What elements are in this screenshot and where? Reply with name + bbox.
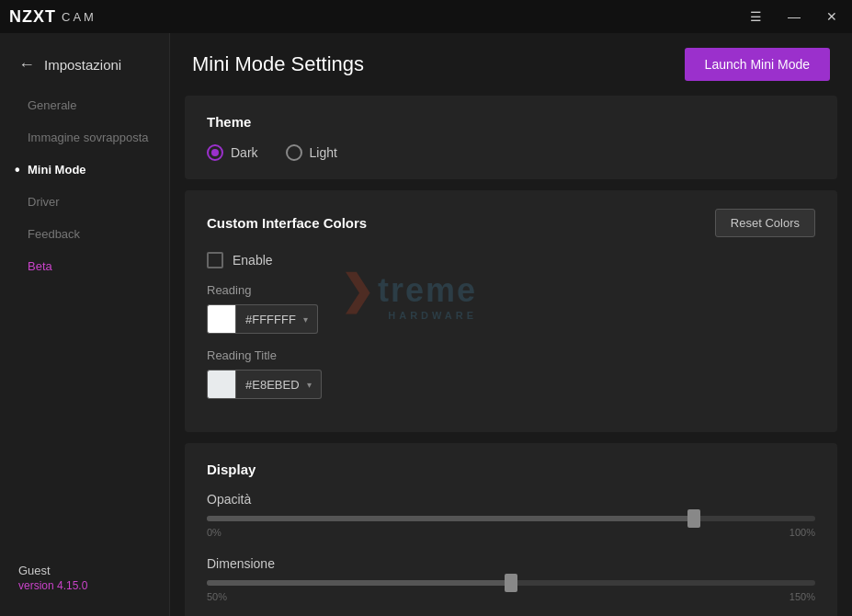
app-logo: NZXT CAM	[9, 7, 97, 27]
opacity-min-label: 0%	[207, 527, 222, 538]
logo-nzxt: NZXT	[9, 7, 56, 27]
dimension-slider-thumb[interactable]	[505, 574, 517, 592]
sidebar-item-driver[interactable]: Driver	[0, 186, 169, 218]
light-label: Light	[310, 145, 337, 160]
enable-checkbox[interactable]	[207, 252, 223, 268]
minimize-button[interactable]: —	[782, 7, 806, 26]
reading-title-color-value[interactable]: #E8EBED ▾	[236, 370, 322, 399]
user-name: Guest	[18, 564, 151, 577]
reading-color-swatch[interactable]	[207, 304, 236, 334]
dimension-slider-labels: 50% 150%	[207, 591, 815, 602]
theme-light-option[interactable]: Light	[286, 144, 337, 161]
close-button[interactable]: ✕	[821, 7, 843, 26]
theme-card: Theme Dark Light	[185, 96, 837, 179]
sidebar-item-immagine[interactable]: Immagine sovrapposta	[0, 121, 169, 154]
reading-label: Reading	[207, 283, 815, 297]
reading-title-color-picker: #E8EBED ▾	[207, 370, 815, 399]
reading-color-picker: #FFFFFF ▾	[207, 304, 815, 334]
theme-title: Theme	[207, 114, 815, 130]
sidebar: ← Impostazioni Generale Immagine sovrapp…	[0, 33, 170, 616]
colors-title: Custom Interface Colors	[207, 215, 367, 231]
dimension-slider-fill	[207, 580, 511, 586]
colors-card: Custom Interface Colors Reset Colors Ena…	[185, 190, 837, 432]
content-area: Mini Mode Settings Launch Mini Mode Them…	[170, 33, 852, 616]
content-header: Mini Mode Settings Launch Mini Mode	[170, 33, 852, 96]
sidebar-item-feedback[interactable]: Feedback	[0, 218, 169, 250]
reading-title-label: Reading Title	[207, 348, 815, 362]
sidebar-item-mini-mode[interactable]: Mini Mode	[0, 154, 169, 186]
reading-title-dropdown-arrow: ▾	[307, 380, 312, 390]
display-title: Display	[207, 462, 815, 477]
window-controls: ☰ — ✕	[744, 7, 843, 26]
light-radio-button[interactable]	[286, 144, 302, 161]
sidebar-back[interactable]: ← Impostazioni	[0, 48, 169, 82]
dark-label: Dark	[231, 145, 258, 160]
menu-button[interactable]: ☰	[744, 7, 767, 26]
opacity-max-label: 100%	[790, 527, 815, 538]
dimension-min-label: 50%	[207, 591, 227, 602]
dark-radio-button[interactable]	[207, 144, 223, 161]
dimension-slider-container: 50% 150%	[207, 580, 815, 602]
user-info: Guest version 4.15.0	[0, 554, 169, 601]
page-title: Mini Mode Settings	[192, 52, 364, 76]
dimension-slider-track	[207, 580, 815, 586]
theme-options: Dark Light	[207, 144, 815, 161]
opacity-label: Opacità	[207, 492, 815, 507]
reading-color-value[interactable]: #FFFFFF ▾	[236, 304, 318, 334]
launch-mini-mode-button[interactable]: Launch Mini Mode	[685, 48, 830, 81]
logo-cam: CAM	[62, 10, 97, 24]
dimension-label: Dimensione	[207, 556, 815, 571]
opacity-slider-thumb[interactable]	[687, 509, 700, 528]
reading-dropdown-arrow: ▾	[303, 314, 308, 325]
opacity-slider-fill	[207, 516, 694, 521]
reading-title-color-swatch[interactable]	[207, 370, 236, 399]
dimension-max-label: 150%	[790, 591, 815, 602]
enable-label: Enable	[233, 253, 273, 268]
enable-row: Enable	[207, 252, 815, 268]
theme-dark-option[interactable]: Dark	[207, 144, 258, 161]
reset-colors-button[interactable]: Reset Colors	[715, 209, 815, 237]
display-card: Display Opacità 0% 100% Dimensione	[185, 443, 837, 616]
colors-header: Custom Interface Colors Reset Colors	[207, 209, 815, 237]
opacity-slider-container: 0% 100%	[207, 516, 815, 538]
titlebar: NZXT CAM ☰ — ✕	[0, 0, 852, 33]
main-layout: ← Impostazioni Generale Immagine sovrapp…	[0, 33, 852, 616]
sidebar-title: Impostazioni	[44, 57, 121, 73]
opacity-slider-track	[207, 516, 815, 521]
back-arrow-icon: ←	[18, 55, 35, 74]
user-version: version 4.15.0	[18, 579, 151, 592]
sidebar-item-generale[interactable]: Generale	[0, 89, 169, 121]
sidebar-item-beta[interactable]: Beta	[0, 250, 169, 282]
opacity-slider-labels: 0% 100%	[207, 527, 815, 538]
